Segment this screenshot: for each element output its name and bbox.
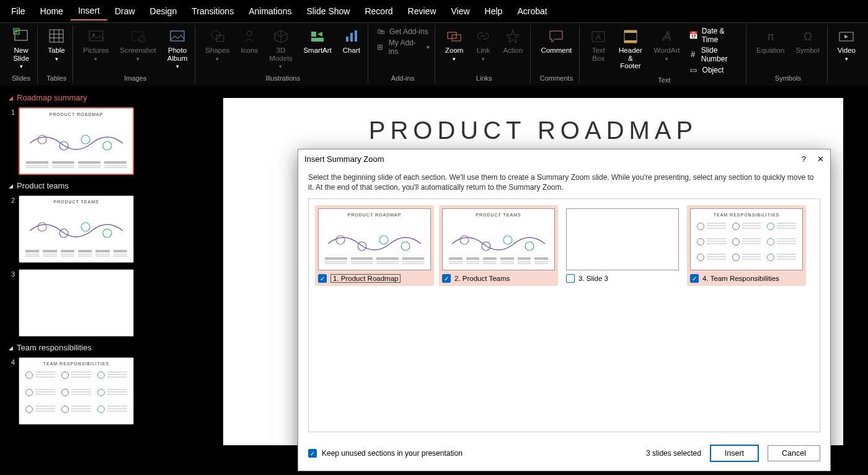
svg-point-48 (525, 242, 534, 251)
ribbon: New Slide ▾ Slides Table ▾ Tables Pictur… (0, 22, 868, 86)
svg-rect-21 (355, 30, 357, 42)
menu-bar: FileHomeInsertDrawDesignTransitionsAnima… (0, 0, 868, 22)
menu-item-home[interactable]: Home (33, 2, 71, 20)
action-button[interactable]: Action (500, 27, 525, 56)
video-button[interactable]: Video ▾ (835, 27, 858, 63)
menu-item-file[interactable]: File (4, 2, 33, 20)
zoom-button[interactable]: Zoom ▾ (443, 27, 466, 63)
text-group-label: Text (658, 75, 670, 84)
menu-item-acrobat[interactable]: Acrobat (510, 2, 554, 20)
screenshot-button[interactable]: Screenshot ▾ (118, 27, 159, 63)
new-slide-button[interactable]: New Slide ▾ (10, 27, 32, 71)
table-button[interactable]: Table ▾ (45, 27, 68, 63)
zoom-slide-label: 2. Product Teams (454, 275, 510, 282)
close-button[interactable]: ✕ (817, 154, 824, 164)
insert-button[interactable]: Insert (710, 445, 759, 462)
help-button[interactable]: ? (802, 154, 806, 164)
cancel-button[interactable]: Cancel (768, 445, 820, 461)
menu-item-view[interactable]: View (444, 2, 477, 20)
wordart-icon: A (658, 28, 676, 45)
3d-models-button[interactable]: 3D Models ▾ (267, 27, 294, 71)
slide-number-button[interactable]: #Slide Number (689, 46, 741, 63)
slide-thumbnail[interactable]: PRODUCT TEAMS (19, 195, 134, 263)
slide-row: 2PRODUCT TEAMS (4, 193, 195, 267)
table-label: Table (48, 47, 65, 55)
slides-group-label: Slides (12, 73, 30, 82)
symbol-button[interactable]: Ω Symbol (793, 27, 822, 56)
slide-checkbox[interactable]: ✓ (690, 274, 699, 283)
slide-row: 4TEAM RESPONSIBILITIES (4, 355, 195, 428)
object-button[interactable]: ▭Object (689, 65, 724, 75)
menu-item-draw[interactable]: Draw (107, 2, 143, 20)
textbox-button[interactable]: A Text Box (587, 27, 609, 63)
section-header[interactable]: ◢Team responsibilities (4, 340, 195, 355)
slide-thumbnail[interactable] (19, 269, 134, 337)
slide-thumbnail[interactable]: PRODUCT ROADMAP (19, 107, 134, 175)
zoom-slide-item[interactable]: PRODUCT ROADMAP✓1. Product Roadmap (315, 205, 434, 286)
ribbon-group-tables: Table ▾ Tables (40, 25, 73, 83)
ribbon-group-comments: Comment Comments (533, 25, 580, 83)
slide-panel[interactable]: ◢Roadmap summary1PRODUCT ROADMAP◢Product… (0, 86, 198, 475)
zoom-slide-item[interactable]: PRODUCT TEAMS✓2. Product Teams (439, 205, 558, 286)
svg-point-43 (379, 236, 388, 244)
my-addins-button[interactable]: ⊞My Add-ins ▾ (376, 38, 430, 56)
zoom-slide-thumb: TEAM RESPONSIBILITIES (690, 208, 803, 270)
dialog-title: Insert Summary Zoom (304, 154, 384, 164)
shapes-button[interactable]: Shapes ▾ (203, 27, 232, 63)
smartart-button[interactable]: SmartArt (301, 27, 334, 56)
get-addins-button[interactable]: 🛍Get Add-ins (376, 27, 428, 37)
menu-item-review[interactable]: Review (401, 2, 444, 20)
comment-button[interactable]: Comment (538, 27, 574, 56)
svg-text:Ω: Ω (804, 30, 812, 43)
svg-rect-27 (624, 30, 637, 33)
slide-row: 1PRODUCT ROADMAP (4, 105, 195, 179)
ribbon-group-text: A Text Box Header & Footer A WordArt ▾ 📅… (582, 25, 746, 83)
section-header[interactable]: ◢Product teams (4, 179, 195, 193)
svg-rect-17 (311, 32, 316, 37)
menu-item-insert[interactable]: Insert (71, 2, 107, 20)
svg-point-12 (139, 36, 145, 42)
svg-text:A: A (596, 33, 601, 42)
screenshot-label: Screenshot (120, 47, 156, 55)
video-label: Video (838, 47, 856, 55)
slide-checkbox[interactable]: ✓ (442, 274, 451, 283)
menu-item-record[interactable]: Record (357, 2, 400, 20)
menu-item-slide-show[interactable]: Slide Show (299, 2, 357, 20)
wordart-button[interactable]: A WordArt ▾ (652, 27, 683, 63)
zoom-slide-thumb: PRODUCT ROADMAP (318, 208, 431, 270)
slide-checkbox[interactable]: ✓ (318, 274, 327, 283)
menu-item-help[interactable]: Help (477, 2, 510, 20)
symbol-icon: Ω (799, 28, 817, 45)
slide-thumbnail[interactable]: TEAM RESPONSIBILITIES (19, 357, 134, 425)
equation-button[interactable]: π Equation (754, 27, 787, 56)
section-header[interactable]: ◢Roadmap summary (4, 91, 195, 105)
slide-checkbox[interactable] (566, 274, 575, 283)
pictures-button[interactable]: Pictures ▾ (81, 27, 112, 63)
menu-item-transitions[interactable]: Transitions (184, 2, 241, 20)
zoom-slide-item[interactable]: TEAM RESPONSIBILITIES✓4. Team Responsibi… (687, 205, 806, 286)
smartart-label: SmartArt (303, 47, 331, 55)
icons-button[interactable]: Icons (238, 27, 260, 56)
svg-point-35 (81, 135, 90, 144)
link-label: Link (477, 47, 490, 55)
date-time-button[interactable]: 📅Date & Time (689, 27, 741, 44)
link-button[interactable]: Link ▾ (472, 27, 494, 63)
svg-point-16 (247, 31, 252, 36)
icons-label: Icons (241, 47, 259, 55)
action-label: Action (503, 47, 523, 55)
store-icon: 🛍 (376, 27, 386, 37)
zoom-slide-thumb: PRODUCT TEAMS (442, 208, 555, 270)
comments-group-label: Comments (540, 73, 573, 82)
header-footer-button[interactable]: Header & Footer (616, 27, 645, 71)
keep-unused-checkbox[interactable]: ✓ (308, 449, 317, 458)
ribbon-group-symbols: π Equation Ω Symbol Symbols (749, 25, 828, 83)
chart-button[interactable]: Chart (340, 27, 363, 56)
slide-number: 2 (6, 195, 15, 204)
zoom-slide-item[interactable]: 3. Slide 3 (563, 205, 682, 286)
tables-group-label: Tables (46, 73, 66, 82)
menu-item-animations[interactable]: Animations (241, 2, 299, 20)
photo-album-button[interactable]: Photo Album ▾ (165, 27, 190, 71)
menu-item-design[interactable]: Design (143, 2, 185, 20)
svg-rect-28 (624, 40, 637, 43)
zoom-label: Zoom (445, 47, 463, 55)
